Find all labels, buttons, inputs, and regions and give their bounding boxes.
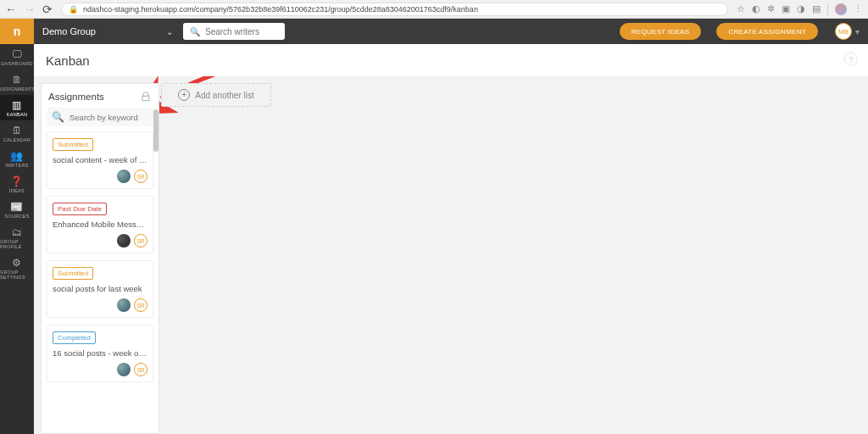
- nav-label: DASHBOARD: [1, 61, 33, 66]
- nav-label: GROUP PROFILE: [0, 239, 34, 249]
- main: Demo Group ⌄ 🔍 REQUEST IDEAS CREATE ASSI…: [34, 19, 868, 434]
- add-list-label: Add another list: [195, 91, 254, 100]
- status-badge: Completed: [53, 331, 96, 344]
- group-name: Demo Group: [42, 26, 96, 36]
- nav-item-dashboard[interactable]: 🖵DASHBOARD: [0, 44, 34, 70]
- group-select[interactable]: Demo Group ⌄: [42, 26, 173, 36]
- card-title: Enhanced Mobile Messa…: [53, 220, 147, 229]
- browser-bar: ← → ⟳ 🔒 ndashco-staging.herokuapp.com/co…: [0, 0, 868, 19]
- ideas-icon: ❓: [10, 176, 23, 186]
- scroll-thumb[interactable]: [153, 109, 159, 152]
- card-avatars: SR: [53, 234, 147, 248]
- calendar-icon: 🗓: [12, 125, 22, 136]
- kanban-card[interactable]: Past Due DateEnhanced Mobile Messa…SR: [47, 196, 153, 253]
- search-icon: 🔍: [190, 27, 200, 36]
- plus-icon: +: [178, 89, 190, 101]
- logo[interactable]: n: [0, 19, 34, 44]
- column-header: Assignments: [42, 84, 159, 106]
- user-avatar: MB: [835, 23, 852, 40]
- avatar: SR: [134, 234, 147, 248]
- status-badge: Past Due Date: [53, 203, 107, 215]
- nav-label: WRITERS: [5, 163, 28, 168]
- star-icon[interactable]: ☆: [737, 3, 745, 14]
- url-text: ndashco-staging.herokuapp.com/company/57…: [83, 5, 478, 14]
- nav-item-writers[interactable]: 👥WRITERS: [0, 146, 34, 171]
- nav-item-ideas[interactable]: ❓IDEAS: [0, 171, 34, 197]
- avatar: SR: [134, 170, 147, 183]
- sources-icon: 📰: [10, 202, 23, 212]
- nav-label: IDEAS: [9, 188, 25, 193]
- group-settings-icon: ⚙: [12, 258, 21, 268]
- search-box[interactable]: 🔍: [183, 23, 285, 40]
- leftnav: n 🖵DASHBOARD🗎ASSIGNMENTS▥KANBAN🗓CALENDAR…: [0, 19, 34, 434]
- ext-icon[interactable]: ◐: [752, 3, 760, 14]
- column-search[interactable]: 🔍: [47, 108, 153, 126]
- status-badge: Submitted: [53, 138, 93, 151]
- back-button[interactable]: ←: [5, 3, 17, 15]
- cards-list[interactable]: Submittedsocial content - week of …SRPas…: [42, 131, 159, 433]
- add-list-button[interactable]: + Add another list: [161, 83, 271, 107]
- nav-item-kanban[interactable]: ▥KANBAN: [0, 95, 34, 120]
- search-icon: 🔍: [52, 111, 64, 123]
- request-ideas-button[interactable]: REQUEST IDEAS: [620, 23, 702, 40]
- browser-profile-avatar[interactable]: [835, 3, 847, 15]
- card-avatars: SR: [53, 170, 147, 183]
- nav-label: CALENDAR: [3, 137, 31, 142]
- dashboard-icon: 🖵: [12, 49, 22, 59]
- writers-icon: 👥: [10, 151, 23, 161]
- topbar: Demo Group ⌄ 🔍 REQUEST IDEAS CREATE ASSI…: [34, 19, 868, 44]
- nav-item-sources[interactable]: 📰SOURCES: [0, 197, 34, 222]
- nav-label: GROUP SETTINGS: [0, 270, 34, 280]
- forward-button[interactable]: →: [24, 3, 36, 15]
- ext-icon[interactable]: ▣: [782, 3, 790, 14]
- group-profile-icon: 🗂: [12, 227, 22, 237]
- kanban-icon: ▥: [12, 100, 21, 110]
- column-search-input[interactable]: [70, 113, 148, 122]
- scrollbar[interactable]: [153, 109, 159, 428]
- card-avatars: SR: [53, 298, 147, 312]
- kanban-column-assignments: Assignments 🔍 Submittedsocial content - …: [41, 83, 159, 434]
- nav-item-calendar[interactable]: 🗓CALENDAR: [0, 120, 34, 146]
- nav-item-assignments[interactable]: 🗎ASSIGNMENTS: [0, 70, 34, 95]
- browser-nav: ← → ⟳: [5, 3, 53, 15]
- chevron-down-icon: ⌄: [166, 27, 173, 36]
- ext-icon[interactable]: ▤: [812, 3, 821, 14]
- nav-item-group-profile[interactable]: 🗂GROUP PROFILE: [0, 222, 34, 253]
- card-title: 16 social posts - week of …: [53, 348, 147, 358]
- lock-icon[interactable]: [140, 91, 152, 103]
- search-input[interactable]: [205, 27, 273, 36]
- help-icon[interactable]: ?: [844, 53, 858, 66]
- chevron-down-icon: ▾: [855, 27, 860, 36]
- kanban-card[interactable]: Submittedsocial posts for last weekSR: [47, 260, 153, 318]
- avatar: SR: [134, 298, 147, 312]
- status-badge: Submitted: [53, 267, 93, 280]
- reload-button[interactable]: ⟳: [42, 3, 53, 15]
- avatar: [117, 234, 131, 248]
- board-area: Assignments 🔍 Submittedsocial content - …: [34, 76, 868, 434]
- kebab-icon[interactable]: ⋮: [854, 3, 863, 14]
- url-bar[interactable]: 🔒 ndashco-staging.herokuapp.com/company/…: [61, 3, 728, 16]
- browser-extensions: ☆ ◐ ✲ ▣ ◑ ▤ ⋮: [737, 3, 863, 15]
- nav-label: ASSIGNMENTS: [0, 86, 36, 92]
- assignments-icon: 🗎: [12, 75, 22, 85]
- card-title: social content - week of …: [53, 155, 147, 164]
- card-avatars: SR: [53, 363, 147, 376]
- kanban-card[interactable]: Submittedsocial content - week of …SR: [47, 131, 153, 189]
- card-title: social posts for last week: [53, 284, 147, 293]
- nav-label: KANBAN: [7, 112, 27, 117]
- ext-icon[interactable]: ✲: [767, 3, 775, 14]
- nav-item-group-settings[interactable]: ⚙GROUP SETTINGS: [0, 253, 34, 283]
- avatar: SR: [134, 363, 147, 376]
- avatar: [117, 170, 131, 183]
- avatar: [117, 363, 131, 376]
- nav-label: SOURCES: [4, 214, 29, 219]
- lock-icon: 🔒: [69, 5, 78, 14]
- kanban-card[interactable]: Completed16 social posts - week of …SR: [47, 325, 153, 382]
- user-chip[interactable]: MB ▾: [835, 23, 860, 40]
- page-header: Kanban ?: [34, 44, 868, 76]
- column-title: Assignments: [48, 92, 104, 102]
- page-title: Kanban: [46, 53, 90, 68]
- avatar: [117, 298, 131, 312]
- ext-icon[interactable]: ◑: [797, 3, 805, 14]
- create-assignment-button[interactable]: CREATE ASSIGNMENT: [716, 23, 818, 40]
